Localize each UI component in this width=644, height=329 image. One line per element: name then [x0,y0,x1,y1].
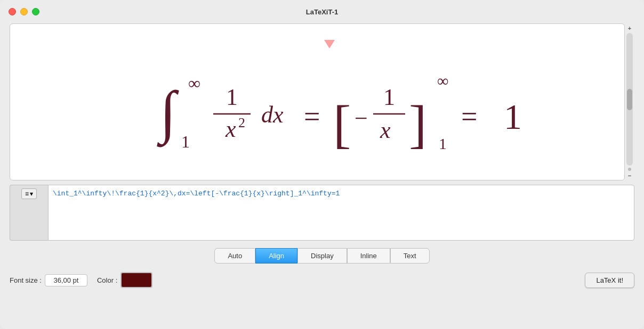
mode-buttons: Auto Align Display Inline Text [10,248,634,264]
window-title: LaTeXiT-1 [306,8,338,16]
preview-container: .math-text { fill: #5a1a2a; font-family:… [10,23,634,180]
math-preview: .math-text { fill: #5a1a2a; font-family:… [99,44,536,161]
editor-sidebar: ≡ ▾ [10,185,48,241]
svg-text:1: 1 [383,84,395,110]
preview-pane: .math-text { fill: #5a1a2a; font-family:… [10,23,625,180]
latex-editor[interactable] [48,185,634,241]
font-size-input[interactable] [45,274,87,286]
cursor-indicator [324,40,335,48]
maximize-button[interactable] [32,8,39,15]
bottom-bar: Font size : Color : LaTeX it! [10,272,634,288]
template-menu-button[interactable]: ≡ ▾ [21,188,37,199]
svg-text:]: ] [409,95,426,154]
svg-text:1: 1 [439,135,447,152]
preview-scrollbar: + − [625,23,634,180]
scroll-down-button[interactable]: − [626,172,633,179]
menu-icon: ≡ [25,190,29,198]
scroll-up-button[interactable]: + [626,24,633,32]
scroll-thumb [627,89,632,110]
traffic-lights [9,8,39,15]
svg-text:dx: dx [261,102,284,128]
svg-text:1: 1 [181,132,190,151]
svg-text:1: 1 [226,84,238,110]
svg-text:∫: ∫ [157,79,179,147]
close-button[interactable] [9,8,16,15]
svg-text:−: − [355,105,368,131]
app-window: LaTeXiT-1 .math-text { fill: #5a1a2a; fo… [0,0,644,329]
svg-text:∞: ∞ [437,72,448,89]
color-swatch[interactable] [120,272,152,288]
minimize-button[interactable] [20,8,28,15]
mode-display-button[interactable]: Display [297,248,347,264]
titlebar: LaTeXiT-1 [0,0,644,23]
svg-text:x: x [380,117,391,143]
content-area: .math-text { fill: #5a1a2a; font-family:… [0,23,644,329]
latex-it-button[interactable]: LaTeX it! [585,273,634,288]
svg-text:2: 2 [238,115,245,130]
mode-inline-button[interactable]: Inline [347,248,390,264]
svg-text:1: 1 [504,96,522,137]
svg-text:=: = [461,101,477,133]
scroll-dot [628,168,631,171]
menu-arrow-icon: ▾ [30,190,33,198]
svg-text:[: [ [333,95,351,154]
editor-area: ≡ ▾ [10,185,634,241]
mode-align-button[interactable]: Align [255,248,297,264]
color-label: Color : [97,276,117,284]
scroll-track[interactable] [626,33,633,166]
font-size-label: Font size : [10,276,42,284]
mode-auto-button[interactable]: Auto [214,248,255,264]
mode-text-button[interactable]: Text [390,248,430,264]
svg-text:=: = [304,101,320,133]
svg-text:∞: ∞ [188,73,200,93]
svg-text:x: x [225,116,236,142]
